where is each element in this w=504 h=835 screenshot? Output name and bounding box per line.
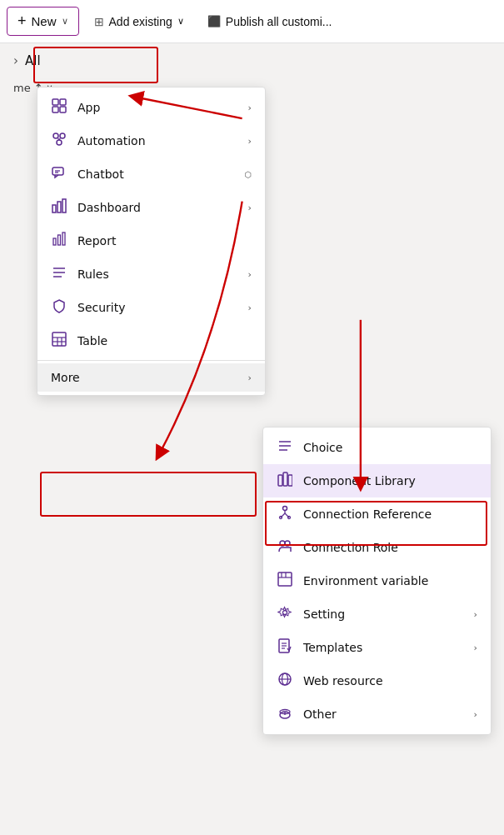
menu-item-dashboard[interactable]: Dashboard › [37, 191, 265, 224]
menu-item-other[interactable]: Other › [263, 698, 491, 731]
menu-item-templates[interactable]: Templates › [263, 631, 491, 664]
add-existing-chevron-icon: ∨ [177, 16, 184, 27]
menu-item-component-library-label: Component Library [303, 474, 477, 488]
svg-point-39 [285, 541, 290, 546]
svg-rect-12 [52, 205, 56, 212]
report-icon [51, 232, 67, 250]
primary-dropdown: App › Automation › Chatbot ⬡ Dashboard › [37, 87, 266, 396]
menu-item-dashboard-label: Dashboard [77, 201, 238, 214]
add-existing-button[interactable]: ⊞ Add existing ∨ [84, 10, 194, 33]
security-icon [51, 298, 67, 317]
breadcrumb-all: All [25, 53, 41, 68]
content-header: › All [0, 43, 504, 78]
new-button-label: New [32, 14, 57, 28]
menu-item-web-resource-label: Web resource [303, 674, 477, 688]
add-existing-icon: ⊞ [94, 15, 104, 28]
svg-point-44 [283, 611, 287, 615]
rules-icon [51, 265, 67, 283]
svg-point-5 [60, 133, 65, 138]
menu-divider [37, 360, 265, 361]
menu-item-choice-label: Choice [303, 441, 477, 454]
security-chevron-right-icon: › [248, 302, 252, 313]
publish-label: Publish all customi... [226, 15, 332, 28]
menu-item-component-library[interactable]: Component Library [263, 464, 491, 498]
menu-item-rules-label: Rules [77, 268, 238, 281]
automation-chevron-right-icon: › [248, 136, 252, 147]
publish-icon: ⬛ [207, 15, 221, 28]
menu-item-table-label: Table [77, 334, 252, 348]
menu-item-connection-role-label: Connection Role [303, 541, 477, 554]
other-chevron-right-icon: › [474, 709, 477, 720]
svg-rect-0 [52, 99, 58, 105]
menu-item-more-label: More [51, 371, 238, 384]
svg-rect-16 [58, 235, 61, 245]
menu-item-connection-reference-label: Connection Reference [303, 508, 477, 521]
component-library-icon [277, 472, 293, 490]
menu-item-choice[interactable]: Choice [263, 431, 491, 464]
menu-item-connection-role[interactable]: Connection Role [263, 531, 491, 564]
environment-variable-icon [277, 572, 293, 590]
svg-point-6 [57, 140, 62, 145]
menu-item-environment-variable-label: Environment variable [303, 574, 477, 588]
menu-item-report-label: Report [77, 234, 252, 248]
menu-item-security-label: Security [77, 301, 238, 314]
automation-icon [51, 132, 67, 150]
breadcrumb-chevron-icon: › [13, 53, 18, 68]
svg-rect-1 [60, 99, 66, 105]
svg-rect-3 [60, 107, 66, 112]
add-existing-label: Add existing [109, 15, 172, 28]
menu-item-app-label: App [77, 101, 238, 114]
toolbar: + New ∨ ⊞ Add existing ∨ ⬛ Publish all c… [0, 0, 504, 43]
table-icon [51, 332, 67, 350]
setting-icon [277, 605, 293, 623]
menu-item-rules[interactable]: Rules › [37, 258, 265, 291]
menu-item-chatbot[interactable]: Chatbot ⬡ [37, 158, 265, 191]
annotation-more-outline [40, 472, 257, 517]
svg-rect-21 [52, 332, 66, 346]
rules-chevron-right-icon: › [248, 269, 252, 280]
menu-item-automation-label: Automation [77, 134, 238, 148]
chatbot-icon [51, 165, 67, 183]
chatbot-external-icon: ⬡ [244, 170, 252, 179]
main-area: › All me ↑ ∨ App › Automation › Chatbot [0, 43, 504, 835]
app-icon [51, 98, 67, 117]
menu-item-automation[interactable]: Automation › [37, 124, 265, 158]
svg-point-38 [280, 541, 285, 546]
menu-item-app[interactable]: App › [37, 91, 265, 124]
svg-rect-14 [62, 199, 66, 212]
svg-rect-29 [278, 475, 282, 486]
more-chevron-right-icon: › [248, 372, 252, 383]
menu-item-more[interactable]: More › [37, 363, 265, 392]
other-icon [277, 705, 293, 723]
svg-rect-17 [62, 232, 65, 245]
menu-item-environment-variable[interactable]: Environment variable [263, 564, 491, 598]
svg-point-32 [283, 507, 287, 511]
menu-item-report[interactable]: Report [37, 224, 265, 258]
dashboard-chevron-right-icon: › [248, 202, 252, 213]
menu-item-table[interactable]: Table [37, 324, 265, 358]
secondary-dropdown: Choice Component Library Connection Refe… [262, 427, 492, 735]
new-button[interactable]: + New ∨ [7, 7, 79, 36]
sort-label: me [13, 82, 31, 94]
svg-rect-40 [278, 572, 292, 586]
connection-role-icon [277, 538, 293, 557]
svg-rect-2 [52, 107, 58, 112]
app-chevron-right-icon: › [248, 102, 252, 113]
menu-item-web-resource[interactable]: Web resource [263, 664, 491, 698]
svg-point-4 [53, 133, 58, 138]
setting-chevron-right-icon: › [474, 609, 477, 620]
menu-item-setting-label: Setting [303, 608, 464, 621]
publish-button[interactable]: ⬛ Publish all customi... [197, 10, 342, 33]
plus-icon: + [17, 12, 27, 30]
connection-reference-icon [277, 505, 293, 523]
svg-rect-13 [57, 202, 61, 212]
svg-rect-31 [288, 475, 292, 486]
menu-item-connection-reference[interactable]: Connection Reference [263, 498, 491, 531]
web-resource-icon [277, 672, 293, 690]
menu-item-templates-label: Templates [303, 641, 464, 654]
menu-item-security[interactable]: Security › [37, 291, 265, 324]
svg-rect-15 [53, 238, 56, 245]
menu-item-setting[interactable]: Setting › [263, 598, 491, 631]
menu-item-other-label: Other [303, 708, 464, 721]
new-chevron-icon: ∨ [62, 16, 68, 27]
